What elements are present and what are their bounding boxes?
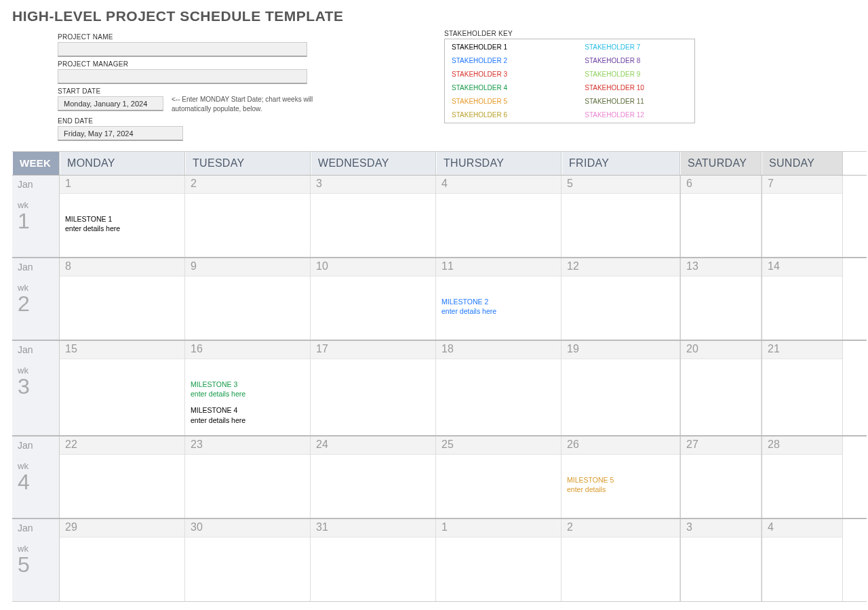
day-number: 26	[567, 439, 579, 450]
week-month: Jan	[18, 262, 54, 272]
day-cell[interactable]: 26MILESTONE 5enter details	[561, 436, 680, 518]
day-number: 25	[441, 439, 454, 450]
header-week: WEEK	[12, 152, 60, 175]
milestone-details: enter details here	[191, 389, 304, 399]
day-number: 3	[686, 521, 692, 533]
milestone[interactable]: MILESTONE 4enter details here	[191, 405, 304, 424]
week-cell: Janwk4	[12, 436, 60, 518]
end-date-input[interactable]	[58, 126, 183, 141]
day-cell[interactable]: 14	[762, 258, 843, 340]
milestone-title: MILESTONE 5	[567, 475, 674, 485]
day-cell[interactable]: 24	[311, 436, 436, 518]
day-cell[interactable]: 7	[762, 176, 843, 257]
stakeholder-key-label: STAKEHOLDER KEY	[444, 30, 695, 37]
day-cell[interactable]: 11MILESTONE 2enter details here	[436, 258, 561, 340]
day-cell[interactable]: 10	[311, 258, 436, 340]
day-cell[interactable]: 1	[436, 519, 561, 601]
week-cell: Janwk2	[12, 258, 60, 340]
day-cell[interactable]: 25	[436, 436, 561, 518]
calendar-row: Janwk42223242526MILESTONE 5enter details…	[12, 436, 867, 519]
project-manager-input[interactable]	[58, 69, 307, 84]
start-date-hint: <-- Enter MONDAY Start Date; chart weeks…	[172, 95, 315, 114]
header-sunday: SUNDAY	[762, 152, 843, 175]
week-month: Jan	[18, 523, 54, 533]
day-number: 1	[441, 521, 448, 533]
day-number: 10	[316, 260, 328, 272]
milestone-title: MILESTONE 4	[191, 405, 304, 415]
calendar: WEEK MONDAY TUESDAY WEDNESDAY THURSDAY F…	[12, 151, 867, 602]
day-cell[interactable]: 5	[561, 176, 680, 257]
header-wednesday: WEDNESDAY	[311, 152, 436, 175]
header-tuesday: TUESDAY	[185, 152, 311, 175]
day-cell[interactable]: 8	[60, 258, 185, 340]
stakeholder-item: STAKEHOLDER 8	[585, 57, 688, 64]
stakeholder-item: STAKEHOLDER 12	[585, 111, 688, 119]
day-cell[interactable]: 23	[185, 436, 311, 518]
stakeholder-item: STAKEHOLDER 11	[585, 98, 688, 105]
day-cell[interactable]: 15	[60, 341, 185, 435]
header-friday: FRIDAY	[561, 152, 680, 175]
day-cell[interactable]: 30	[185, 519, 311, 601]
stakeholder-item: STAKEHOLDER 10	[585, 84, 688, 92]
start-date-input[interactable]	[58, 96, 163, 111]
day-cell[interactable]: 18	[436, 341, 561, 435]
top-meta-section: PROJECT NAME PROJECT MANAGER START DATE …	[0, 30, 868, 151]
week-number: 2	[18, 293, 54, 314]
day-number: 24	[316, 439, 328, 450]
day-number: 11	[441, 260, 454, 272]
day-cell[interactable]: 28	[762, 436, 843, 518]
day-cell[interactable]: 22	[60, 436, 185, 518]
stakeholder-key: STAKEHOLDER KEY STAKEHOLDER 1STAKEHOLDER…	[444, 30, 695, 141]
stakeholder-item: STAKEHOLDER 6	[452, 111, 551, 119]
day-cell[interactable]: 9	[185, 258, 311, 340]
day-number: 30	[191, 521, 203, 533]
milestone-details: enter details here	[65, 224, 179, 233]
day-cell[interactable]: 21	[762, 341, 843, 435]
day-number: 23	[191, 439, 203, 450]
project-name-input[interactable]	[58, 42, 307, 57]
milestone-details: enter details here	[191, 415, 304, 425]
day-number: 17	[316, 343, 328, 354]
day-cell[interactable]: 2	[185, 176, 311, 257]
day-cell[interactable]: 16MILESTONE 3enter details hereMILESTONE…	[185, 341, 311, 435]
day-cell[interactable]: 1MILESTONE 1enter details here	[60, 176, 185, 257]
day-cell[interactable]: 2	[561, 519, 680, 601]
day-cell[interactable]: 13	[680, 258, 762, 340]
day-number: 15	[65, 343, 77, 354]
day-number: 21	[768, 343, 780, 354]
week-number: 1	[18, 210, 54, 232]
day-cell[interactable]: 27	[680, 436, 762, 518]
day-cell[interactable]: 19	[561, 341, 680, 435]
day-cell[interactable]: 3	[680, 519, 762, 601]
week-number: 4	[18, 471, 54, 493]
stakeholder-item: STAKEHOLDER 9	[585, 70, 688, 78]
end-date-label: END DATE	[58, 117, 315, 125]
day-cell[interactable]: 4	[436, 176, 561, 257]
day-number: 29	[65, 521, 77, 533]
milestone-title: MILESTONE 1	[65, 214, 179, 224]
day-cell[interactable]: 31	[311, 519, 436, 601]
day-cell[interactable]: 3	[311, 176, 436, 257]
week-month: Jan	[18, 440, 54, 451]
day-number: 13	[686, 260, 698, 272]
header-monday: MONDAY	[60, 152, 185, 175]
calendar-row: Janwk31516MILESTONE 3enter details hereM…	[12, 341, 867, 436]
day-number: 14	[768, 260, 780, 272]
day-cell[interactable]: 6	[680, 176, 762, 257]
milestone[interactable]: MILESTONE 2enter details here	[441, 297, 555, 316]
day-cell[interactable]: 29	[60, 519, 185, 601]
day-number: 2	[191, 178, 197, 189]
day-cell[interactable]: 4	[762, 519, 843, 601]
day-cell[interactable]: 12	[561, 258, 680, 340]
day-cell[interactable]: 17	[311, 341, 436, 435]
milestone[interactable]: MILESTONE 1enter details here	[65, 214, 179, 233]
day-cell[interactable]: 20	[680, 341, 762, 435]
stakeholder-item: STAKEHOLDER 4	[452, 84, 551, 92]
stakeholder-item: STAKEHOLDER 7	[585, 43, 688, 51]
day-number: 19	[567, 343, 579, 354]
header-thursday: THURSDAY	[436, 152, 561, 175]
milestone-title: MILESTONE 3	[191, 380, 304, 389]
day-number: 22	[65, 439, 77, 450]
milestone[interactable]: MILESTONE 3enter details here	[191, 380, 304, 399]
milestone[interactable]: MILESTONE 5enter details	[567, 475, 674, 494]
